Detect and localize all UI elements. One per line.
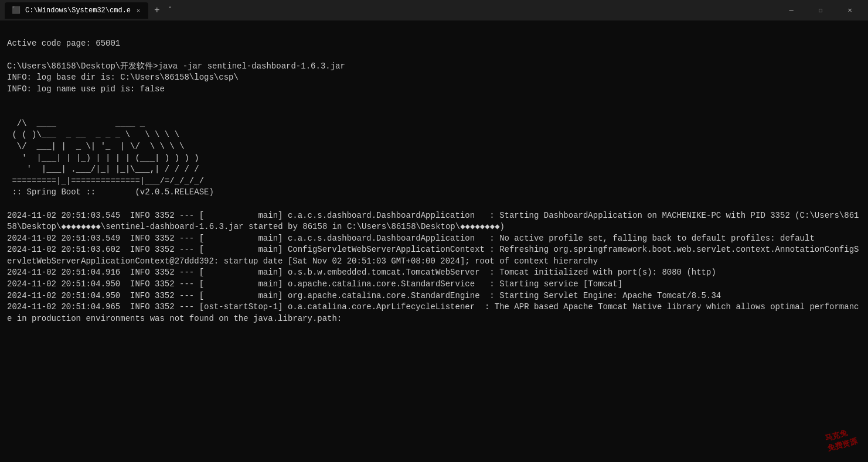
window-controls: ─ ☐ ✕ bbox=[778, 0, 863, 20]
new-tab-button[interactable]: + bbox=[152, 5, 162, 16]
terminal-output: Active code page: 65001 C:\Users\86158\D… bbox=[0, 20, 868, 462]
tab-title: C:\Windows\System32\cmd.e bbox=[25, 6, 131, 15]
title-bar-left: ⬛ C:\Windows\System32\cmd.e ✕ + ˅ bbox=[5, 2, 773, 19]
maximize-button[interactable]: ☐ bbox=[807, 0, 834, 20]
dropdown-button[interactable]: ˅ bbox=[166, 6, 174, 15]
minimize-button[interactable]: ─ bbox=[778, 0, 805, 20]
terminal-tab[interactable]: ⬛ C:\Windows\System32\cmd.e ✕ bbox=[5, 2, 148, 19]
tab-close-button[interactable]: ✕ bbox=[135, 6, 141, 15]
terminal-content: Active code page: 65001 C:\Users\86158\D… bbox=[7, 39, 859, 323]
cmd-icon: ⬛ bbox=[12, 6, 21, 15]
title-bar: ⬛ C:\Windows\System32\cmd.e ✕ + ˅ ─ ☐ ✕ bbox=[0, 0, 868, 20]
close-button[interactable]: ✕ bbox=[836, 0, 863, 20]
